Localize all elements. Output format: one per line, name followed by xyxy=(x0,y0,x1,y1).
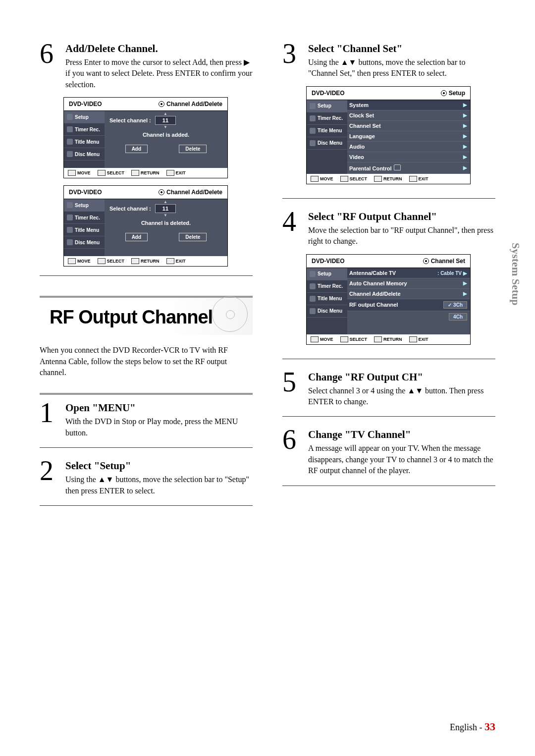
chevron-right-icon: ▶ xyxy=(463,112,467,118)
osd-nav-timer[interactable]: Timer Rec. xyxy=(307,112,347,125)
osd-nav-setup[interactable]: Setup xyxy=(307,100,347,112)
step-title: Change "RF Output CH" xyxy=(308,371,495,383)
step-number: 4 xyxy=(282,208,300,235)
step-number: 6 xyxy=(40,40,57,67)
step-desc: Using the ▲▼ buttons, move the selection… xyxy=(308,57,495,79)
osd-nav-disc[interactable]: Disc Menu xyxy=(307,137,347,150)
osd-nav-title[interactable]: Title Menu xyxy=(64,224,105,236)
chevron-right-icon: ▶ xyxy=(463,165,467,170)
chevron-right-icon: ▶ xyxy=(463,144,467,149)
setup-item-parental[interactable]: Parental Control▶ xyxy=(347,162,470,174)
title-icon xyxy=(67,227,73,233)
step-desc: Press Enter to move the cursor to select… xyxy=(65,57,253,90)
cs-item-4ch[interactable]: 4Ch xyxy=(347,311,470,323)
add-button[interactable]: Add xyxy=(125,233,148,241)
osd-nav-timer[interactable]: Timer Rec. xyxy=(64,212,105,224)
osd-nav-title[interactable]: Title Menu xyxy=(307,293,347,305)
title-icon xyxy=(67,139,73,145)
osd-setup-menu: DVD-VIDEO Setup Setup Timer Rec. Title M… xyxy=(306,86,471,184)
setup-item-clock[interactable]: Clock Set▶ xyxy=(347,110,470,121)
setup-item-video[interactable]: Video▶ xyxy=(347,152,470,162)
delete-button[interactable]: Delete xyxy=(179,145,207,153)
osd-dvdvideo: DVD-VIDEO xyxy=(69,189,102,196)
osd-add-delete-added: DVD-VIDEO Channel Add/Delete Setup Timer… xyxy=(63,97,228,178)
setup-item-system[interactable]: System▶ xyxy=(347,100,470,110)
gear-icon xyxy=(67,202,73,208)
disc-icon xyxy=(67,151,73,157)
osd-nav-timer[interactable]: Timer Rec. xyxy=(307,280,347,293)
setup-item-audio[interactable]: Audio▶ xyxy=(347,142,470,152)
osd-screen-title: Channel Set xyxy=(423,258,465,265)
osd-dvdvideo: DVD-VIDEO xyxy=(69,101,102,108)
chevron-right-icon: ▶ xyxy=(463,280,467,286)
select-key-icon xyxy=(340,176,348,182)
clock-icon xyxy=(310,283,316,289)
divider xyxy=(40,393,253,395)
channel-status-msg: Channel is added. xyxy=(143,132,189,138)
exit-key-icon xyxy=(409,336,417,342)
osd-nav-setup[interactable]: Setup xyxy=(64,111,105,123)
osd-channel-set: DVD-VIDEO Channel Set Setup Timer Rec. T… xyxy=(306,254,471,345)
divider xyxy=(40,505,253,506)
osd-screen-title: Channel Add/Delete xyxy=(159,101,222,108)
step-title: Open "MENU" xyxy=(65,402,253,414)
osd-screen-title: Setup xyxy=(441,90,465,97)
osd-nav-disc[interactable]: Disc Menu xyxy=(64,148,105,161)
osd-nav-title[interactable]: Title Menu xyxy=(64,136,105,148)
osd-nav-title[interactable]: Title Menu xyxy=(307,125,347,137)
chevron-right-icon: ▶ xyxy=(463,123,467,128)
cs-item-adddel[interactable]: Channel Add/Delete▶ xyxy=(347,289,470,299)
divider xyxy=(282,416,495,417)
divider xyxy=(282,486,495,486)
osd-nav-setup[interactable]: Setup xyxy=(64,199,105,212)
channel-spinner[interactable]: 11 xyxy=(155,116,176,125)
disc-icon xyxy=(310,140,316,146)
gear-icon xyxy=(310,103,316,109)
select-key-icon xyxy=(340,336,348,342)
osd-nav-disc[interactable]: Disc Menu xyxy=(307,305,347,318)
step-number: 2 xyxy=(40,457,57,485)
move-key-icon xyxy=(68,170,76,176)
osd-nav-timer[interactable]: Timer Rec. xyxy=(64,123,105,136)
return-key-icon xyxy=(374,176,382,182)
add-button[interactable]: Add xyxy=(125,145,148,153)
step-desc: A message will appear on your TV. When t… xyxy=(308,443,495,476)
cs-item-auto[interactable]: Auto Channel Memory▶ xyxy=(347,278,470,289)
chevron-right-icon: ▶ xyxy=(463,270,467,276)
channel-status-msg: Channel is deleted. xyxy=(141,220,191,226)
disc-icon xyxy=(67,239,73,245)
lock-icon xyxy=(394,164,401,170)
delete-button[interactable]: Delete xyxy=(179,233,207,241)
step-number: 5 xyxy=(282,368,300,396)
divider xyxy=(40,275,253,276)
step-title: Change "TV Channel" xyxy=(308,429,495,441)
return-key-icon xyxy=(131,258,139,264)
move-key-icon xyxy=(311,176,319,182)
disc-icon xyxy=(310,308,316,314)
osd-nav-disc[interactable]: Disc Menu xyxy=(64,236,105,249)
exit-key-icon xyxy=(166,170,174,176)
step-title: Select "Setup" xyxy=(65,460,253,472)
select-channel-label: Select channel : xyxy=(109,117,151,123)
step-desc: Move the selection bar to "RF output Cha… xyxy=(308,225,495,247)
osd-dvdvideo: DVD-VIDEO xyxy=(312,258,345,265)
move-key-icon xyxy=(68,258,76,264)
step-desc: Select channel 3 or 4 using the ▲▼ butto… xyxy=(308,385,495,408)
step-desc: Using the ▲▼ buttons, move the selection… xyxy=(65,474,253,496)
setup-item-channel[interactable]: Channel Set▶ xyxy=(347,121,470,131)
cs-item-antenna[interactable]: Antenna/Cable TV: Cable TV ▶ xyxy=(347,268,470,278)
title-icon xyxy=(310,128,316,134)
chevron-right-icon: ▶ xyxy=(463,102,467,108)
disc-graphic-icon xyxy=(212,296,248,332)
divider xyxy=(282,359,495,359)
channel-spinner[interactable]: 11 xyxy=(155,204,176,213)
rf-intro: When you connect the DVD Recorder-VCR to… xyxy=(40,345,253,378)
cs-item-rfout[interactable]: RF output Channel✓ 3Ch xyxy=(347,299,470,311)
gear-icon xyxy=(67,114,73,120)
osd-nav-setup[interactable]: Setup xyxy=(307,268,347,280)
setup-item-language[interactable]: Language▶ xyxy=(347,131,470,142)
step-title: Select "Channel Set" xyxy=(308,43,495,55)
step-desc: With the DVD in Stop or Play mode, press… xyxy=(65,416,253,438)
move-key-icon xyxy=(311,336,319,342)
step-number: 1 xyxy=(40,399,57,427)
